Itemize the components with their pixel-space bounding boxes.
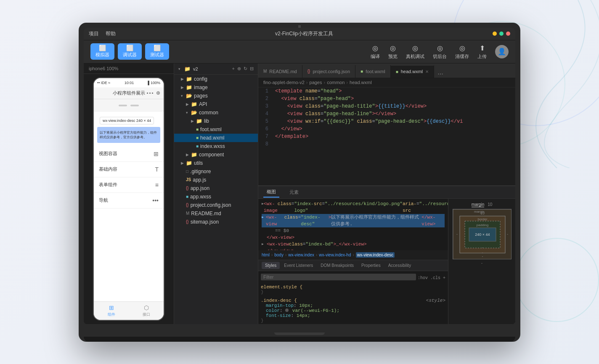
breadcrumb-item-2[interactable]: common — [327, 80, 345, 85]
tab-project-config[interactable]: {} project.config.json — [302, 65, 355, 78]
tree-item-foot-wxml[interactable]: ■ foot.wxml — [174, 125, 258, 134]
menu-help[interactable]: 帮助 — [106, 30, 116, 37]
styles-tab-dom[interactable]: DOM Breakpoints — [317, 262, 357, 269]
html-line: ▶ <wx-image class="index-logo" src="../r… — [262, 200, 445, 214]
simulator-mode-button[interactable]: ⬜ 模拟器 — [90, 43, 114, 60]
styles-tab-properties[interactable]: Properties — [358, 262, 384, 269]
new-folder-icon[interactable]: ⊕ — [237, 66, 241, 71]
tab-close-head-wxml[interactable]: ✕ — [425, 69, 429, 74]
path-index-hd[interactable]: wx-view.index-hd — [319, 253, 351, 257]
path-index[interactable]: wx-view.index — [288, 253, 314, 257]
devtools-content: ▶ <wx-image class="index-logo" src="../r… — [258, 199, 515, 324]
tree-item-pages[interactable]: ▾ 📂 pages — [174, 92, 258, 100]
phone-bottom-bar: ⊞ 组件 ⬡ 接口 — [94, 301, 164, 320]
close-button[interactable] — [506, 32, 510, 36]
tree-item-utils[interactable]: ▶ 📁 utils — [174, 159, 258, 167]
tree-item-readme[interactable]: M README.md — [174, 209, 258, 218]
tree-item-app-json[interactable]: {} app.json — [174, 184, 258, 193]
tree-item-app-js[interactable]: JS app.js — [174, 176, 258, 184]
user-avatar[interactable]: 👤 — [495, 45, 509, 58]
breadcrumb-item-1[interactable]: pages — [310, 80, 322, 85]
breadcrumb-item-3[interactable]: head.wxml — [350, 80, 372, 85]
preview-button[interactable]: ◎ 预览 — [388, 43, 398, 60]
refresh-icon[interactable]: ↻ — [244, 66, 247, 71]
code-area[interactable]: 1 <template name="head"> 2 <view class="… — [258, 87, 515, 185]
phone-tab-interface[interactable]: ⬡ 接口 — [129, 304, 164, 317]
code-line-5: 5 <view wx:if="{{desc}}" class="page-hea… — [258, 118, 515, 125]
html-source[interactable]: ▶ <wx-image class="index-logo" src="../r… — [258, 199, 448, 250]
component-tab-icon: ⊞ — [109, 304, 114, 311]
upload-label: 上传 — [477, 53, 487, 60]
tree-item-index-wxss[interactable]: ■ index.wxss — [174, 142, 258, 150]
device-debug-button[interactable]: ◎ 真机调试 — [406, 43, 424, 60]
code-line-8: 8 — [258, 140, 515, 148]
tree-arrow-utils: ▶ — [181, 161, 184, 165]
phone-title: 小程序组件展示 — [113, 90, 145, 96]
phone-nav-item[interactable]: 视图容器 ⊞ — [94, 146, 164, 162]
tab-icon-head-wxml: ■ — [396, 69, 398, 74]
app-title: v2-FinClip小程序开发工具 — [116, 30, 493, 37]
upload-button[interactable]: ⬆ 上传 — [477, 43, 487, 60]
path-html[interactable]: html — [262, 253, 270, 257]
phone-nav-item[interactable]: 表单组件 ≡ — [94, 177, 164, 193]
tab-head-wxml[interactable]: ■ head.wxml ✕ — [391, 65, 435, 78]
styles-tab-styles[interactable]: Styles — [262, 262, 280, 269]
tree-arrow-lib: ▶ — [191, 119, 194, 123]
styles-tab-accessibility[interactable]: Accessibility — [385, 262, 414, 269]
maximize-button[interactable] — [499, 32, 504, 36]
code-line-3: 3 <view class="page-head-title">{{title}… — [258, 103, 515, 110]
tree-item-api[interactable]: ▶ 📁 API — [174, 100, 258, 108]
tree-item-project-config[interactable]: {} project.config.json — [174, 201, 258, 209]
box-model-tab-margin[interactable]: margin — [472, 202, 485, 207]
path-body[interactable]: body — [274, 253, 284, 257]
styles-tab-bar: Styles Event Listeners DOM Breakpoints P… — [258, 260, 448, 271]
folder-icon-image: 📁 — [186, 84, 192, 90]
menu-project[interactable]: 项目 — [89, 30, 99, 37]
code-line-1: 1 <template name="head"> — [258, 87, 515, 95]
background-button[interactable]: ◎ 切后台 — [433, 43, 447, 60]
tab-foot-wxml[interactable]: ■ foot.wxml — [355, 65, 391, 78]
tester-mode-button[interactable]: ⬜ 测试器 — [145, 43, 169, 60]
tab-more-button[interactable]: ··· — [434, 70, 446, 78]
phone-nav-item[interactable]: 基础内容 T — [94, 162, 164, 177]
bottom-tab-overview[interactable]: 概图 — [263, 187, 279, 198]
phone-tab-component[interactable]: ⊞ 组件 — [94, 304, 129, 317]
tree-label-config: config — [194, 76, 207, 82]
tree-label-app-js: app.js — [193, 177, 206, 183]
html-line: == $0 — [262, 227, 445, 234]
compile-button[interactable]: ◎ 编译 — [371, 43, 380, 60]
tree-label-lib: lib — [204, 118, 209, 124]
bottom-tab-elements[interactable]: 元素 — [286, 187, 302, 197]
phone-status-bar: •• IDE ≈ 10:01 ▌100% — [94, 78, 164, 87]
folder-icon-api: 📁 — [191, 101, 197, 107]
styles-tab-event[interactable]: Event Listeners — [281, 262, 316, 269]
tree-item-common[interactable]: ▾ 📂 common — [174, 108, 258, 117]
box-model-diagram: 10 - - - margin border - — [453, 209, 512, 259]
tree-item-app-wxss[interactable]: ■ app.wxss — [174, 193, 258, 201]
preview-icon: ◎ — [388, 43, 398, 53]
minimize-button[interactable] — [493, 32, 497, 36]
tree-item-gitignore[interactable]: □ .gitignore — [174, 167, 258, 176]
tree-item-config[interactable]: ▶ 📁 config — [174, 75, 258, 83]
new-file-icon[interactable]: + — [232, 66, 235, 71]
breadcrumb-sep-2: › — [346, 80, 348, 85]
tree-item-head-wxml[interactable]: ■ head.wxml — [174, 134, 258, 142]
laptop-bottom — [84, 324, 515, 337]
svg-text:padding: padding — [476, 223, 488, 227]
phone-nav-item[interactable]: 导航 ••• — [94, 193, 164, 208]
debugger-mode-button[interactable]: ⬜ 调试器 — [118, 43, 142, 60]
collapse-icon[interactable]: ⊟ — [250, 66, 254, 71]
styles-filter-input[interactable] — [261, 274, 416, 280]
path-index-desc[interactable]: wx-view.index-desc — [356, 252, 395, 258]
tree-item-lib[interactable]: ▶ 📁 lib — [174, 117, 258, 125]
editor-tabs: M README.md {} project.config.json ■ foo… — [258, 63, 515, 78]
tree-item-image[interactable]: ▶ 📁 image — [174, 83, 258, 92]
code-line-6: 6 </view> — [258, 125, 515, 133]
breadcrumb-item-0[interactable]: fino-applet-demo-v2 — [263, 80, 305, 85]
tree-item-component[interactable]: ▶ 📁 component — [174, 150, 258, 159]
file-tree-icons: + ⊕ ↻ ⊟ — [232, 66, 254, 71]
tree-label-app-json: app.json — [191, 185, 209, 191]
tab-readme[interactable]: M README.md — [258, 65, 302, 78]
clear-cache-button[interactable]: ◎ 清缓存 — [455, 43, 469, 60]
tree-item-sitemap[interactable]: {} sitemap.json — [174, 218, 258, 226]
